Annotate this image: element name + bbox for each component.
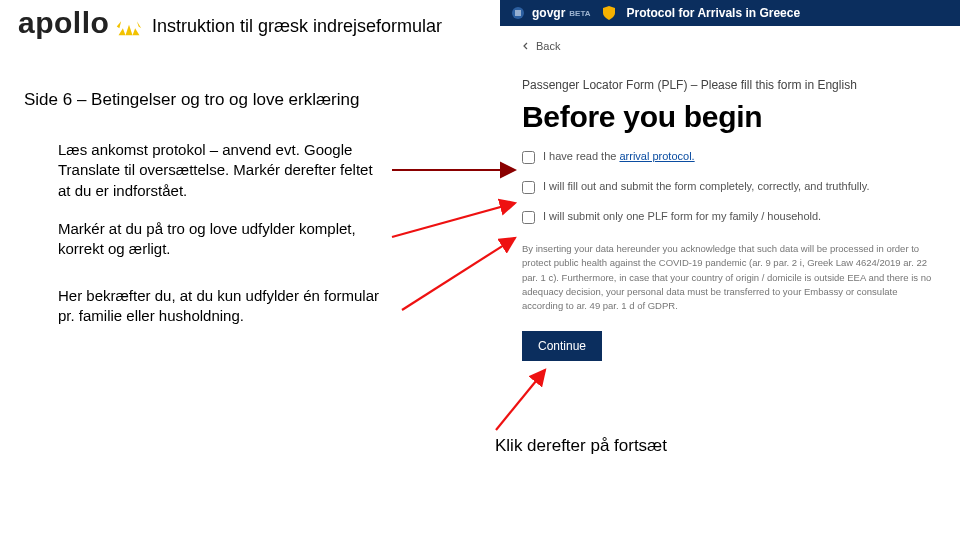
checkbox-truthful[interactable] (522, 181, 535, 194)
svg-marker-3 (117, 21, 121, 28)
arrow-4 (496, 370, 545, 430)
checkbox-row-truthful[interactable]: I will fill out and submit the form comp… (522, 180, 938, 194)
svg-rect-6 (515, 10, 521, 16)
checkbox-row-arrival-protocol[interactable]: I have read the arrival protocol. (522, 150, 938, 164)
govgr-brand: govgr BETA (510, 5, 591, 21)
instruction-continue-note: Klik derefter på fortsæt (495, 436, 667, 456)
checkbox-label-2: I will fill out and submit the form comp… (543, 180, 869, 192)
checkbox-arrival-protocol[interactable] (522, 151, 535, 164)
caret-left-icon (522, 40, 530, 52)
govgr-label: govgr (532, 6, 565, 20)
back-label: Back (536, 40, 560, 52)
instruction-paragraph-1: Læs ankomst protokol – anvend evt. Googl… (58, 140, 388, 201)
sun-icon (115, 9, 143, 37)
svg-marker-0 (119, 28, 126, 35)
shield-icon (601, 5, 617, 21)
arrow-3 (402, 238, 515, 310)
gov-emblem-icon (510, 5, 526, 21)
instruction-paragraph-2: Markér at du på tro og love udfylder kom… (58, 219, 388, 260)
checkbox-label-1: I have read the arrival protocol. (543, 150, 695, 162)
legal-disclaimer: By inserting your data hereunder you ack… (522, 242, 938, 313)
arrival-protocol-link[interactable]: arrival protocol. (619, 150, 694, 162)
plf-form-title: Passenger Locator Form (PLF) – Please fi… (522, 78, 938, 92)
apollo-logo: apollo (18, 6, 143, 40)
svg-marker-4 (137, 21, 141, 28)
page-title: Instruktion til græsk indrejseformular (152, 16, 442, 37)
checkbox-label-3: I will submit only one PLF form for my f… (543, 210, 821, 222)
before-you-begin-heading: Before you begin (522, 100, 938, 134)
protocol-title: Protocol for Arrivals in Greece (627, 6, 801, 20)
checkbox-label-1-prefix: I have read the (543, 150, 619, 162)
govgr-beta: BETA (569, 9, 590, 18)
page-subtitle: Side 6 – Betingelser og tro og love erkl… (24, 90, 359, 110)
apollo-logo-text: apollo (18, 6, 109, 40)
checkbox-one-plf[interactable] (522, 211, 535, 224)
checkbox-row-one-plf[interactable]: I will submit only one PLF form for my f… (522, 210, 938, 224)
gov-page-embed: govgr BETA Protocol for Arrivals in Gree… (500, 0, 960, 361)
svg-marker-2 (133, 28, 140, 35)
svg-marker-1 (126, 25, 133, 36)
instruction-page: apollo Instruktion til græsk indrejsefor… (0, 0, 960, 540)
instruction-paragraph-3: Her bekræfter du, at du kun udfylder én … (58, 286, 398, 327)
back-link[interactable]: Back (522, 40, 560, 52)
continue-button[interactable]: Continue (522, 331, 602, 361)
arrow-2 (392, 203, 515, 237)
gov-page-body: Passenger Locator Form (PLF) – Please fi… (500, 54, 960, 361)
gov-header: govgr BETA Protocol for Arrivals in Gree… (500, 0, 960, 26)
